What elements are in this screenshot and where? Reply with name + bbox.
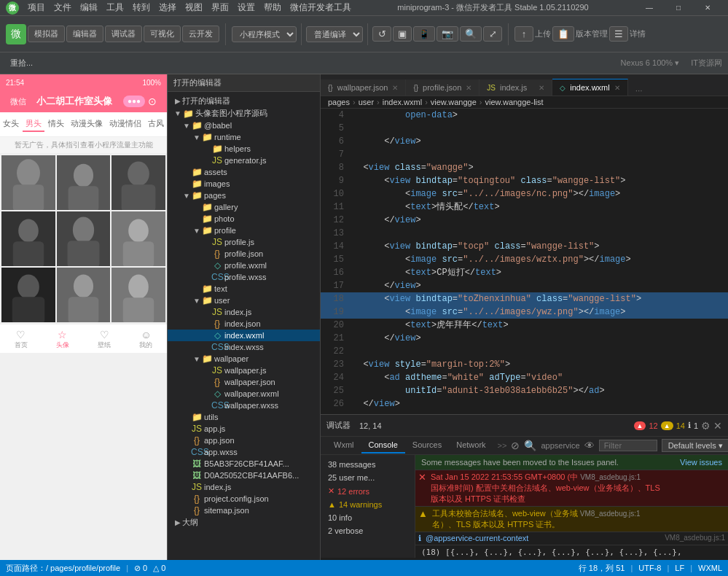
- open-editors-section[interactable]: ▶ 打开的编辑器: [168, 95, 320, 107]
- log-level-select[interactable]: Default levels ▾: [662, 439, 728, 452]
- devtools-settings-btn[interactable]: ⚙: [701, 420, 711, 432]
- user-index-wxss[interactable]: CSS index.wxss: [168, 341, 320, 353]
- mode-select[interactable]: 小程序模式: [232, 26, 297, 42]
- breadcrumb-pages[interactable]: pages: [328, 98, 350, 106]
- code-editor[interactable]: 4 open-data> 5 6 </view> 7 8: [321, 109, 728, 414]
- detail-btn[interactable]: ☰: [609, 26, 628, 42]
- profile-js[interactable]: JS profile.js: [168, 236, 320, 248]
- minimize-button[interactable]: —: [635, 0, 664, 16]
- info-count-item[interactable]: 10 info: [321, 511, 415, 524]
- inspect-btn[interactable]: 🔍: [460, 26, 482, 42]
- view-issues-btn[interactable]: View issues: [680, 458, 722, 467]
- wallpaper-json-tab-close[interactable]: ✕: [392, 84, 398, 92]
- runtime-folder[interactable]: ▼ 📁 runtime: [168, 131, 320, 143]
- screenshot-btn[interactable]: 📷: [437, 26, 458, 42]
- errors-count[interactable]: ✕ 12 errors: [321, 484, 415, 498]
- nav-avatar[interactable]: ☆ 头像: [42, 329, 83, 350]
- menu-select[interactable]: 选择: [159, 1, 176, 14]
- grid-item-2[interactable]: [57, 155, 111, 210]
- project-config[interactable]: {} project.config.json: [168, 493, 320, 505]
- app-json[interactable]: {} app.json: [168, 435, 320, 446]
- menu-edit[interactable]: 编辑: [80, 1, 98, 14]
- profile-folder[interactable]: ▼ 📁 profile: [168, 225, 320, 236]
- stop-btn[interactable]: ▣: [393, 26, 412, 42]
- nav-home[interactable]: ♡ 首页: [0, 329, 42, 350]
- simulator-btn[interactable]: 模拟器: [28, 26, 65, 42]
- wallpaper-wxss[interactable]: CSS wallpaper.wxss: [168, 400, 320, 411]
- version-btn[interactable]: 📋: [552, 26, 574, 42]
- tab-male[interactable]: 男头: [23, 117, 44, 132]
- tab-anime-couple[interactable]: 动漫情侣: [106, 117, 144, 132]
- app-js[interactable]: JS app.js: [168, 423, 320, 435]
- maximize-button[interactable]: □: [664, 0, 693, 16]
- filter-icon[interactable]: 🔍: [524, 440, 536, 451]
- grid-item-1[interactable]: [1, 155, 55, 210]
- tab-ancient[interactable]: 古风: [145, 117, 167, 132]
- user-index-json[interactable]: {} index.json: [168, 318, 320, 330]
- wallpaper-wxml[interactable]: ◇ wallpaper.wxml: [168, 388, 320, 400]
- wallpaper-js[interactable]: JS wallpaper.js: [168, 365, 320, 376]
- assets-folder[interactable]: 📁 assets: [168, 166, 320, 178]
- utils-folder[interactable]: 📁 utils: [168, 411, 320, 423]
- debugger-btn[interactable]: 调试器: [105, 26, 142, 42]
- compile-select[interactable]: 普通编译: [306, 26, 363, 42]
- console-tab[interactable]: Console: [361, 437, 405, 454]
- helpers-folder[interactable]: 📁 helpers: [168, 143, 320, 155]
- menu-view[interactable]: 视图: [185, 1, 203, 14]
- nav-mine[interactable]: ☺ 我的: [125, 329, 167, 350]
- grid-item-4[interactable]: [1, 211, 55, 266]
- profile-wxss[interactable]: CSS profile.wxss: [168, 271, 320, 283]
- menu-tools[interactable]: 工具: [106, 1, 124, 14]
- breadcrumb-user[interactable]: user: [359, 98, 374, 106]
- text-folder[interactable]: 📁 text: [168, 283, 320, 295]
- more-tabs-btn[interactable]: ···: [631, 85, 647, 96]
- da-section[interactable]: ▶ 大纲: [168, 516, 320, 529]
- visual-btn[interactable]: 可视化: [144, 26, 181, 42]
- generator-js[interactable]: JS generator.js: [168, 155, 320, 166]
- gallery-folder[interactable]: 📁 gallery: [168, 201, 320, 213]
- user-count[interactable]: 25 user me...: [321, 471, 415, 484]
- images-folder[interactable]: 📁 images: [168, 178, 320, 190]
- grid-item-7[interactable]: [1, 268, 55, 322]
- grid-item-5[interactable]: [57, 211, 111, 266]
- wallpaper-json[interactable]: {} wallpaper.json: [168, 376, 320, 388]
- menu-settings[interactable]: 设置: [238, 1, 255, 14]
- phone-tabs[interactable]: 女头 男头 情头 动漫头像 动漫情侣 古风: [0, 112, 167, 137]
- grid-item-9[interactable]: [111, 268, 165, 322]
- menu-file[interactable]: 文件: [54, 1, 71, 14]
- app-wxss[interactable]: CSS app.wxss: [168, 446, 320, 458]
- tab-wallpaper-json[interactable]: {} wallpaper.json ✕: [321, 79, 406, 96]
- breadcrumb-wxml[interactable]: index.wxml: [383, 98, 422, 106]
- user-index-js[interactable]: JS index.js: [168, 306, 320, 318]
- wallpaper-folder[interactable]: ▼ 📁 wallpaper: [168, 353, 320, 365]
- console-filter-input[interactable]: [599, 440, 657, 451]
- warnings-count[interactable]: ▲ 14 warnings: [321, 498, 415, 511]
- breadcrumb-wangge-list[interactable]: view.wangge-list: [485, 98, 543, 106]
- messages-count[interactable]: 38 messages: [321, 458, 415, 471]
- image-2[interactable]: 🖼 D0A25052CBF41AAFB6...: [168, 470, 320, 481]
- editor-btn[interactable]: 编辑器: [66, 26, 103, 42]
- breadcrumb-view-wangge[interactable]: view.wangge: [431, 98, 477, 106]
- cloud-btn[interactable]: 云开发: [182, 26, 219, 42]
- wxml-tab[interactable]: Wxml: [326, 437, 361, 454]
- sitemap-json[interactable]: {} sitemap.json: [168, 505, 320, 516]
- menu-help[interactable]: 帮助: [264, 1, 281, 14]
- profile-wxml[interactable]: ◇ profile.wxml: [168, 260, 320, 271]
- menu-goto[interactable]: 转到: [133, 1, 150, 14]
- nav-wallpaper[interactable]: ♡ 壁纸: [84, 329, 125, 350]
- tab-female[interactable]: 女头: [0, 117, 22, 132]
- index-wxml-tab-close[interactable]: ✕: [614, 84, 620, 92]
- device-btn[interactable]: 📱: [413, 26, 435, 42]
- eye-icon[interactable]: 👁: [584, 440, 595, 451]
- tab-couple[interactable]: 情头: [45, 117, 67, 132]
- source-root[interactable]: ▼ 📁 头像套图小程序源码: [168, 107, 320, 120]
- profile-json-tab-close[interactable]: ✕: [466, 84, 471, 92]
- index-js-tab-close[interactable]: ✕: [539, 84, 544, 92]
- pages-folder[interactable]: ▼ 📁 pages: [168, 190, 320, 201]
- grid-item-6[interactable]: [111, 211, 165, 266]
- tab-index-wxml[interactable]: ◇ index.wxml ✕: [552, 79, 627, 96]
- close-button[interactable]: ✕: [693, 0, 722, 16]
- upload-btn[interactable]: ↑: [514, 26, 533, 42]
- grid-item-8[interactable]: [57, 268, 111, 322]
- devtools-close-btn[interactable]: ✕: [713, 420, 722, 432]
